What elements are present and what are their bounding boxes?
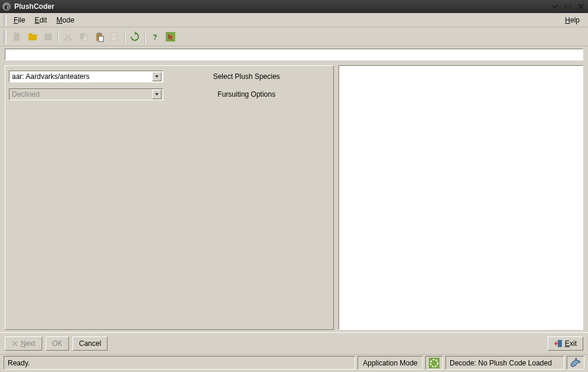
toolbar-handle bbox=[4, 30, 7, 44]
status-appmode: Application Mode bbox=[358, 356, 423, 370]
toolbar-paste-button[interactable] bbox=[92, 30, 106, 44]
fursuit-combo-value: Declined bbox=[12, 90, 152, 98]
svg-rect-10 bbox=[99, 36, 103, 42]
code-input[interactable] bbox=[5, 49, 583, 61]
menubar: File Edit Mode Help bbox=[0, 13, 588, 27]
status-decode: Decode: No Plush Code Loaded bbox=[445, 356, 564, 370]
cancel-button-label: Cancel bbox=[79, 339, 101, 348]
status-mode-icon-cell bbox=[425, 356, 443, 370]
main-area: aar: Aardvarks/anteaters Select Plush Sp… bbox=[0, 63, 588, 332]
species-combo[interactable]: aar: Aardvarks/anteaters bbox=[9, 71, 163, 82]
svg-rect-9 bbox=[97, 33, 101, 34]
status-decode-text: Decode: No Plush Code Loaded bbox=[450, 359, 552, 367]
svg-text:?: ? bbox=[153, 33, 157, 42]
statusbar: Ready. Application Mode Decode: No Plush… bbox=[0, 354, 588, 372]
right-panel bbox=[339, 65, 583, 330]
menu-help-label: elp bbox=[570, 16, 580, 24]
mode-icon bbox=[428, 357, 440, 369]
codefield-row bbox=[0, 46, 588, 63]
menu-edit-label: dit bbox=[39, 16, 47, 24]
titlebar: ◐ PlushCoder bbox=[0, 0, 588, 13]
svg-rect-3 bbox=[45, 33, 52, 40]
fursuit-combo: Declined bbox=[9, 88, 163, 100]
next-button: Next bbox=[5, 336, 42, 351]
toolbar-pointer-button[interactable] bbox=[163, 30, 178, 44]
app-icon: ◐ bbox=[2, 2, 11, 11]
svg-rect-11 bbox=[111, 33, 117, 41]
svg-rect-0 bbox=[14, 33, 20, 41]
menu-edit[interactable]: Edit bbox=[30, 15, 52, 26]
next-icon bbox=[11, 340, 18, 347]
status-appmode-text: Application Mode bbox=[363, 359, 418, 367]
window-controls bbox=[550, 2, 586, 11]
exit-button[interactable]: Exit bbox=[548, 336, 583, 351]
fursuit-label: Fursuiting Options bbox=[163, 90, 330, 98]
species-row: aar: Aardvarks/anteaters Select Plush Sp… bbox=[9, 69, 330, 84]
chevron-down-icon bbox=[152, 90, 162, 99]
exit-button-label: xit bbox=[570, 339, 577, 348]
ok-button: OK bbox=[46, 336, 69, 351]
fursuit-row: Declined Fursuiting Options bbox=[9, 87, 330, 101]
status-corner-icon-cell bbox=[567, 356, 584, 370]
toolbar-cut-button[interactable] bbox=[61, 30, 75, 44]
toolbar-clear-button[interactable] bbox=[108, 30, 122, 44]
exit-icon bbox=[554, 339, 562, 348]
menubar-handle bbox=[4, 15, 7, 26]
toolbar-copy-button[interactable] bbox=[77, 30, 91, 44]
menu-help[interactable]: Help bbox=[560, 15, 584, 26]
toolbar-sep-1 bbox=[58, 30, 59, 44]
menu-file-label: ile bbox=[18, 16, 25, 24]
close-icon[interactable] bbox=[576, 2, 586, 11]
chevron-down-icon bbox=[152, 72, 162, 81]
toolbar-sep-2 bbox=[124, 30, 125, 44]
left-panel: aar: Aardvarks/anteaters Select Plush Sp… bbox=[5, 65, 334, 330]
window-title: PlushCoder bbox=[14, 2, 550, 11]
svg-rect-7 bbox=[83, 35, 87, 41]
next-button-label: ext bbox=[26, 339, 36, 348]
cancel-button[interactable]: Cancel bbox=[72, 336, 108, 351]
toolbar-open-button[interactable] bbox=[26, 30, 40, 44]
status-ready: Ready. bbox=[4, 356, 355, 370]
menu-mode-label: ode bbox=[62, 16, 74, 24]
toolbar-help-button[interactable]: ? bbox=[148, 30, 162, 44]
menu-file[interactable]: File bbox=[9, 15, 30, 26]
toolbar: ? bbox=[0, 27, 588, 46]
species-label: Select Plush Species bbox=[163, 72, 330, 81]
ok-button-label: OK bbox=[52, 339, 62, 348]
svg-rect-1 bbox=[29, 34, 37, 40]
status-ready-text: Ready. bbox=[8, 359, 30, 367]
toolbar-new-button[interactable] bbox=[10, 30, 24, 44]
toolbar-sep-3 bbox=[144, 30, 146, 44]
toolbar-reload-button[interactable] bbox=[128, 30, 142, 44]
menu-mode[interactable]: Mode bbox=[52, 15, 79, 26]
maximize-icon[interactable] bbox=[563, 2, 573, 11]
toolbar-save-button[interactable] bbox=[41, 30, 55, 44]
dolphin-icon bbox=[569, 357, 582, 370]
svg-rect-14 bbox=[558, 340, 562, 347]
svg-rect-2 bbox=[29, 33, 32, 35]
species-combo-value: aar: Aardvarks/anteaters bbox=[12, 72, 152, 81]
actionbar: Next OK Cancel Exit bbox=[0, 332, 588, 354]
minimize-icon[interactable] bbox=[550, 2, 559, 11]
